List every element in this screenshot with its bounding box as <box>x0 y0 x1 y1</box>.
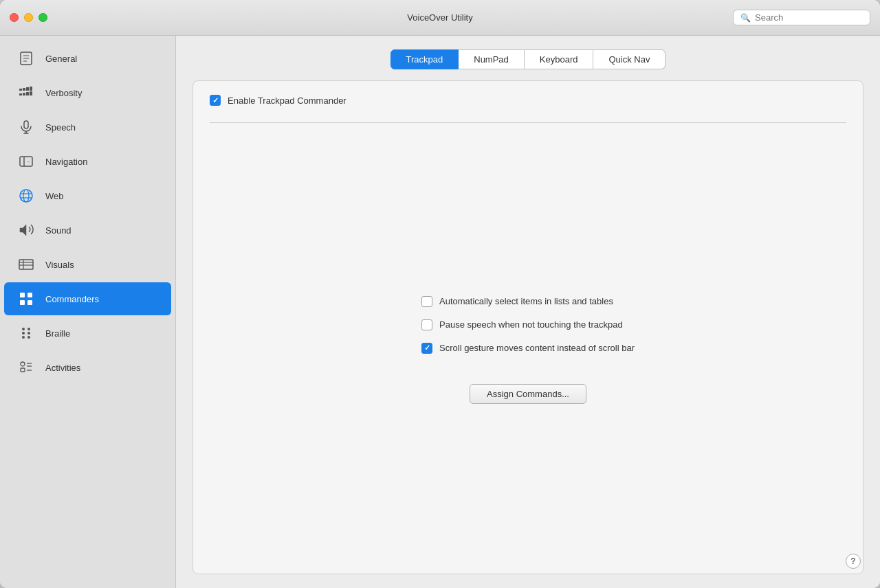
svg-point-19 <box>23 190 29 202</box>
svg-rect-9 <box>23 93 25 95</box>
panel-top: Enable Trackpad Commander <box>210 95 846 123</box>
auto-select-label: Automatically select items in lists and … <box>439 296 613 306</box>
speech-icon <box>15 116 37 138</box>
search-icon: 🔍 <box>740 13 751 23</box>
svg-rect-4 <box>19 89 22 91</box>
scroll-gesture-checkbox[interactable] <box>421 343 432 354</box>
svg-rect-6 <box>26 87 29 91</box>
options-section: Automatically select items in lists and … <box>210 139 846 560</box>
scroll-gesture-row: Scroll gesture moves content instead of … <box>421 343 635 354</box>
enable-trackpad-label: Enable Trackpad Commander <box>228 95 346 106</box>
enable-trackpad-checkbox[interactable] <box>210 95 221 106</box>
options-group: Automatically select items in lists and … <box>421 296 635 359</box>
pause-speech-row: Pause speech when not touching the track… <box>421 319 635 330</box>
sidebar-item-label: Verbosity <box>45 88 82 98</box>
braille-icon <box>15 322 37 344</box>
pause-speech-label: Pause speech when not touching the track… <box>439 319 623 330</box>
content-area: Trackpad NumPad Keyboard Quick Nav Enabl… <box>176 36 880 588</box>
svg-rect-28 <box>20 300 25 305</box>
svg-point-36 <box>21 362 25 366</box>
visuals-icon <box>15 253 37 275</box>
main-content: General Verbosity <box>0 36 880 588</box>
sidebar-item-verbosity[interactable]: Verbosity <box>4 76 171 109</box>
verbosity-icon <box>15 82 37 104</box>
web-icon <box>15 185 37 207</box>
sidebar-item-label: Braille <box>45 328 70 339</box>
sound-icon <box>15 219 37 241</box>
sidebar-item-label: Activities <box>45 363 80 373</box>
sidebar-item-label: Navigation <box>45 157 87 167</box>
navigation-icon: → <box>15 150 37 172</box>
sidebar-item-label: Speech <box>45 122 76 133</box>
svg-rect-22 <box>19 260 33 269</box>
auto-select-checkbox[interactable] <box>421 296 432 307</box>
tab-trackpad[interactable]: Trackpad <box>390 49 459 69</box>
search-box: 🔍 <box>733 10 870 25</box>
search-input[interactable] <box>755 12 863 23</box>
svg-point-30 <box>22 328 25 330</box>
sidebar-item-label: Commanders <box>45 294 99 304</box>
voiceover-utility-window: VoiceOver Utility 🔍 Ge <box>0 0 880 588</box>
sidebar-item-speech[interactable]: Speech <box>4 111 171 144</box>
svg-point-31 <box>28 328 30 330</box>
traffic-lights <box>10 13 47 22</box>
maximize-button[interactable] <box>38 13 47 22</box>
tab-keyboard[interactable]: Keyboard <box>525 49 594 69</box>
sidebar-item-general[interactable]: General <box>4 42 171 75</box>
svg-point-18 <box>20 190 32 202</box>
help-button[interactable]: ? <box>846 554 861 569</box>
sidebar-item-label: Sound <box>45 225 72 236</box>
enable-trackpad-row: Enable Trackpad Commander <box>210 95 846 106</box>
settings-panel: Enable Trackpad Commander Automatically … <box>192 80 864 574</box>
assign-commands-button[interactable]: Assign Commands... <box>470 384 586 404</box>
window-title: VoiceOver Utility <box>407 12 472 23</box>
svg-rect-11 <box>30 91 32 95</box>
auto-select-row: Automatically select items in lists and … <box>421 296 635 307</box>
titlebar: VoiceOver Utility 🔍 <box>0 0 880 36</box>
svg-point-34 <box>22 336 25 339</box>
sidebar-item-web[interactable]: Web <box>4 179 171 212</box>
search-area: 🔍 <box>733 10 870 25</box>
svg-point-32 <box>22 332 25 335</box>
svg-rect-27 <box>28 293 32 297</box>
tab-numpad[interactable]: NumPad <box>459 49 525 69</box>
commanders-icon <box>15 288 37 310</box>
sidebar-item-visuals[interactable]: Visuals <box>4 248 171 281</box>
sidebar-item-label: Visuals <box>45 260 74 270</box>
svg-rect-26 <box>20 293 25 297</box>
sidebar-item-label: Web <box>45 191 64 201</box>
svg-rect-5 <box>23 88 25 91</box>
svg-rect-7 <box>30 87 32 91</box>
activities-icon <box>15 357 37 378</box>
svg-rect-29 <box>28 300 32 305</box>
tab-bar: Trackpad NumPad Keyboard Quick Nav <box>390 49 666 69</box>
svg-rect-8 <box>19 93 22 95</box>
general-icon <box>15 47 37 69</box>
close-button[interactable] <box>10 13 19 22</box>
svg-rect-10 <box>26 92 29 95</box>
svg-rect-37 <box>21 368 25 372</box>
minimize-button[interactable] <box>24 13 33 22</box>
tab-quicknav[interactable]: Quick Nav <box>593 49 666 69</box>
svg-point-35 <box>28 336 30 339</box>
svg-rect-12 <box>24 121 28 128</box>
sidebar-item-braille[interactable]: Braille <box>4 317 171 350</box>
pause-speech-checkbox[interactable] <box>421 319 432 330</box>
svg-text:→: → <box>26 159 31 164</box>
svg-point-33 <box>28 332 30 335</box>
sidebar-item-sound[interactable]: Sound <box>4 214 171 247</box>
sidebar-item-activities[interactable]: Activities <box>4 351 171 384</box>
sidebar-item-navigation[interactable]: → Navigation <box>4 145 171 178</box>
scroll-gesture-label: Scroll gesture moves content instead of … <box>439 343 635 353</box>
sidebar-item-commanders[interactable]: Commanders <box>4 282 171 315</box>
sidebar-item-label: General <box>45 54 77 64</box>
sidebar: General Verbosity <box>0 36 176 588</box>
